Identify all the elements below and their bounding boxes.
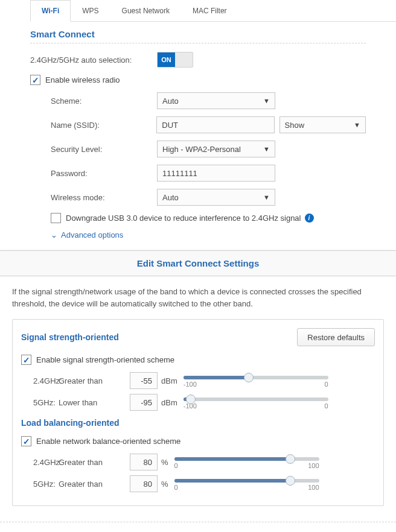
modal-description: If the signal strength/network usage of … [12,286,384,309]
downgrade-usb-label: Downgrade USB 3.0 device to reduce inter… [66,214,301,223]
mode-value: Auto [162,193,179,202]
mode-select[interactable]: Auto ▼ [157,189,275,206]
advanced-options-toggle[interactable]: ⌄ Advanced options [51,230,366,239]
slider-thumb[interactable] [286,454,295,464]
restore-defaults-button[interactable]: Restore defaults [297,328,375,346]
tab-wifi[interactable]: Wi-Fi [30,0,71,22]
scheme-label: Scheme: [30,97,157,106]
chevron-down-icon: ⌄ [51,230,57,239]
load-section-title: Load balancing-oriented [21,418,375,428]
chevron-down-icon: ▼ [263,97,270,104]
password-input[interactable] [157,165,275,182]
tab-guest-network[interactable]: Guest Network [110,0,181,21]
tab-wps[interactable]: WPS [71,0,110,21]
signal-5-slider[interactable] [184,397,328,401]
signal-5-band-label: 5GHz: [21,398,59,407]
tab-mac-filter[interactable]: MAC Filter [181,0,238,21]
slider-thumb[interactable] [186,394,196,404]
signal-section-title: Signal strength-oriented [21,332,119,342]
enable-signal-scheme-label: Enable signal strength-oriented scheme [36,355,174,364]
auto-select-toggle[interactable]: ON [157,52,193,68]
signal-24-slider[interactable] [184,376,328,379]
range-max: 100 [308,462,319,469]
signal-24-cond-label: Greater than [59,376,130,385]
range-max: 0 [325,381,328,388]
signal-24-band-label: 2.4GHz: [21,376,59,385]
security-select[interactable]: High - WPA2-Personal ▼ [157,141,275,157]
enable-signal-scheme-checkbox[interactable] [21,355,31,365]
range-max: 0 [325,402,328,410]
downgrade-usb-checkbox[interactable] [51,213,61,223]
mode-label: Wireless mode: [30,193,157,202]
range-min: 0 [174,484,178,491]
signal-unit-label: dBm [161,398,177,407]
range-max: 100 [308,484,319,491]
modal-title: Edit Smart Connect Settings [0,250,396,276]
signal-unit-label: dBm [161,376,177,385]
enable-load-scheme-checkbox[interactable] [21,436,31,446]
scheme-value: Auto [162,97,179,106]
signal-5-value-input[interactable] [130,394,158,411]
ssid-label: Name (SSID): [30,121,156,130]
ssid-visibility-select[interactable]: Show ▼ [279,116,366,133]
load-5-value-input[interactable] [130,475,158,492]
chevron-down-icon: ▼ [263,194,270,201]
load-unit-label: % [161,458,168,467]
load-5-band-label: 5GHz: [21,480,59,489]
load-5-cond-label: Greater than [59,480,130,489]
enable-radio-checkbox[interactable] [30,75,40,85]
slider-thumb[interactable] [286,476,295,486]
enable-load-scheme-label: Enable network balance-oriented scheme [36,437,180,446]
load-24-value-input[interactable] [130,454,158,470]
chevron-down-icon: ▼ [263,145,270,153]
toggle-on-text: ON [158,52,175,67]
ssid-visibility-value: Show [285,121,305,130]
load-unit-label: % [161,480,168,489]
load-5-slider[interactable] [174,479,319,483]
signal-24-value-input[interactable] [130,372,158,389]
load-24-cond-label: Greater than [59,458,130,467]
section-title-smart-connect: Smart Connect [30,29,366,43]
signal-5-cond-label: Lower than [59,398,130,407]
range-min: 0 [174,462,178,469]
enable-radio-label: Enable wireless radio [45,75,120,84]
tab-strip: Wi-Fi WPS Guest Network MAC Filter [30,0,396,22]
security-label: Security Level: [30,145,157,154]
password-label: Password: [30,169,157,178]
auto-select-label: 2.4GHz/5GHz auto selection: [30,55,157,65]
slider-thumb[interactable] [244,373,254,382]
range-min: -100 [184,381,197,388]
load-24-slider[interactable] [174,457,319,461]
ssid-input[interactable] [156,116,274,133]
scheme-select[interactable]: Auto ▼ [157,92,275,109]
info-icon[interactable]: i [305,214,314,223]
advanced-options-label: Advanced options [61,230,123,239]
security-value: High - WPA2-Personal [162,145,241,154]
chevron-down-icon: ▼ [354,121,360,128]
load-24-band-label: 2.4GHz: [21,458,59,467]
